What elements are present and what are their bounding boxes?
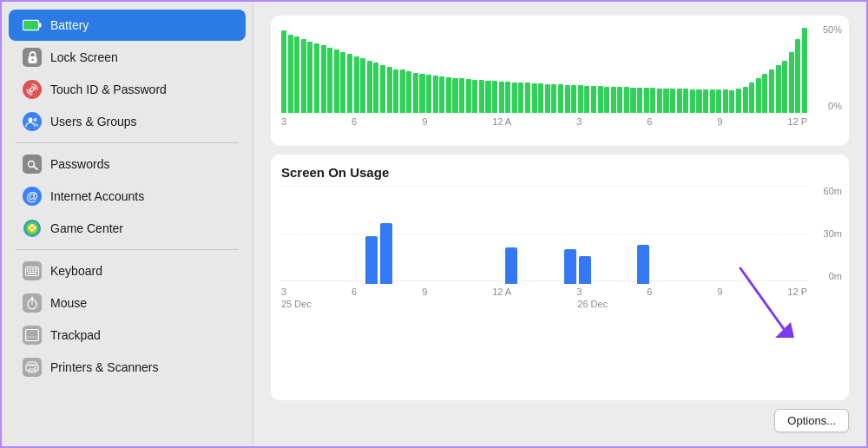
sidebar-item-printers-scanners-label: Printers & Scanners bbox=[50, 360, 159, 374]
battery-bar bbox=[505, 82, 510, 113]
svg-point-5 bbox=[30, 88, 34, 91]
battery-bar bbox=[373, 63, 378, 113]
screen-bars bbox=[281, 188, 807, 284]
keyboard-icon bbox=[23, 261, 42, 280]
battery-bar bbox=[294, 36, 299, 113]
svg-marker-34 bbox=[775, 322, 794, 338]
battery-bar bbox=[426, 75, 431, 113]
svg-point-27 bbox=[31, 297, 34, 300]
battery-bar bbox=[472, 80, 477, 113]
battery-bar bbox=[354, 56, 359, 113]
battery-bar bbox=[617, 87, 622, 113]
screen-bar bbox=[365, 236, 378, 284]
battery-bar bbox=[703, 89, 708, 113]
screen-bar bbox=[505, 247, 517, 284]
battery-bar bbox=[578, 85, 583, 113]
battery-bar bbox=[413, 73, 418, 113]
battery-bar bbox=[802, 28, 807, 113]
sidebar-item-lock-screen-label: Lock Screen bbox=[50, 50, 118, 64]
screen-bar-group bbox=[347, 223, 410, 284]
sidebar-item-trackpad[interactable]: Trackpad bbox=[9, 320, 246, 351]
sidebar-divider-1 bbox=[16, 142, 239, 143]
battery-bar bbox=[611, 87, 616, 113]
sidebar-item-printers-scanners[interactable]: Printers & Scanners bbox=[9, 352, 246, 383]
battery-bar bbox=[406, 71, 411, 113]
battery-x-labels: 3 6 9 12 A 3 6 9 12 P bbox=[281, 116, 807, 127]
date-label-25dec: 25 Dec bbox=[281, 299, 312, 309]
battery-bar bbox=[307, 42, 312, 113]
svg-point-14 bbox=[31, 228, 34, 231]
sidebar-item-passwords[interactable]: Passwords bbox=[9, 148, 246, 180]
battery-bar bbox=[347, 54, 352, 113]
svg-rect-20 bbox=[27, 270, 29, 272]
sidebar-item-keyboard[interactable]: Keyboard bbox=[9, 255, 246, 287]
battery-bar bbox=[565, 85, 570, 113]
battery-bar bbox=[670, 89, 675, 113]
sidebar-item-passwords-label: Passwords bbox=[50, 157, 109, 171]
sidebar-item-internet-accounts-label: Internet Accounts bbox=[50, 189, 144, 203]
date-labels: 25 Dec 26 Dec bbox=[281, 299, 807, 309]
sidebar-item-battery-label: Battery bbox=[50, 18, 89, 32]
printers-scanners-icon bbox=[23, 358, 42, 377]
screen-usage-title: Screen On Usage bbox=[281, 165, 807, 180]
svg-point-7 bbox=[34, 118, 37, 122]
battery-bar bbox=[644, 88, 649, 113]
battery-bar bbox=[749, 82, 754, 113]
battery-bar bbox=[795, 39, 800, 113]
users-groups-icon bbox=[23, 112, 42, 131]
battery-bar bbox=[518, 82, 523, 113]
main-content: 50% 0% 3 6 9 12 A 3 6 9 12 P Screen On U… bbox=[253, 2, 866, 446]
sidebar-divider-2 bbox=[16, 249, 239, 250]
passwords-icon bbox=[23, 155, 42, 174]
screen-usage-section: Screen On Usage 60m 30m 0m 3 6 9 12 A 3 … bbox=[271, 155, 849, 400]
date-label-26dec: 26 Dec bbox=[577, 299, 608, 309]
sidebar-item-touch-id[interactable]: Touch ID & Password bbox=[9, 74, 246, 105]
svg-rect-23 bbox=[35, 270, 37, 272]
svg-rect-16 bbox=[27, 268, 29, 270]
battery-bar bbox=[281, 30, 286, 113]
trackpad-icon bbox=[23, 326, 42, 345]
svg-point-4 bbox=[31, 58, 33, 60]
screen-bar-group bbox=[546, 249, 608, 284]
battery-bar bbox=[545, 84, 550, 113]
sidebar-item-game-center-label: Game Center bbox=[50, 221, 123, 235]
battery-bar bbox=[657, 89, 662, 113]
battery-bar bbox=[743, 87, 748, 113]
battery-bars bbox=[281, 26, 807, 113]
sidebar-item-lock-screen[interactable]: Lock Screen bbox=[9, 42, 246, 73]
battery-bar bbox=[321, 45, 326, 113]
svg-point-33 bbox=[35, 367, 36, 369]
sidebar-item-mouse-label: Mouse bbox=[50, 296, 87, 310]
battery-bar bbox=[551, 84, 556, 113]
battery-bar bbox=[499, 82, 504, 113]
sidebar-item-users-groups[interactable]: Users & Groups bbox=[9, 106, 246, 137]
svg-rect-2 bbox=[39, 23, 42, 28]
battery-bar bbox=[710, 89, 715, 113]
sidebar-item-users-groups-label: Users & Groups bbox=[50, 115, 137, 128]
battery-bar bbox=[538, 83, 543, 113]
sidebar: Battery Lock Screen Touch ID & Password bbox=[2, 2, 253, 446]
touch-id-icon bbox=[23, 80, 42, 99]
svg-point-6 bbox=[29, 117, 33, 122]
sidebar-item-game-center[interactable]: Game Center bbox=[9, 213, 246, 244]
battery-bar bbox=[650, 88, 655, 113]
battery-bar bbox=[525, 82, 530, 113]
sidebar-item-keyboard-label: Keyboard bbox=[50, 264, 102, 278]
battery-bar bbox=[367, 61, 372, 113]
battery-icon bbox=[23, 16, 42, 35]
sidebar-item-internet-accounts[interactable]: @ Internet Accounts bbox=[9, 181, 246, 212]
sidebar-item-battery[interactable]: Battery bbox=[9, 10, 246, 41]
svg-point-11 bbox=[29, 227, 31, 229]
battery-y-labels: 50% 0% bbox=[823, 24, 842, 111]
svg-rect-22 bbox=[32, 270, 34, 272]
battery-bar bbox=[387, 67, 392, 113]
screen-bar bbox=[637, 245, 649, 284]
battery-bar bbox=[327, 48, 332, 113]
battery-bar bbox=[485, 81, 490, 113]
svg-rect-28 bbox=[26, 330, 39, 341]
sidebar-item-mouse[interactable]: Mouse bbox=[9, 287, 246, 319]
battery-bar bbox=[769, 69, 774, 113]
battery-bar bbox=[400, 69, 405, 113]
options-button[interactable]: Options... bbox=[774, 409, 849, 432]
battery-bar bbox=[558, 84, 563, 113]
